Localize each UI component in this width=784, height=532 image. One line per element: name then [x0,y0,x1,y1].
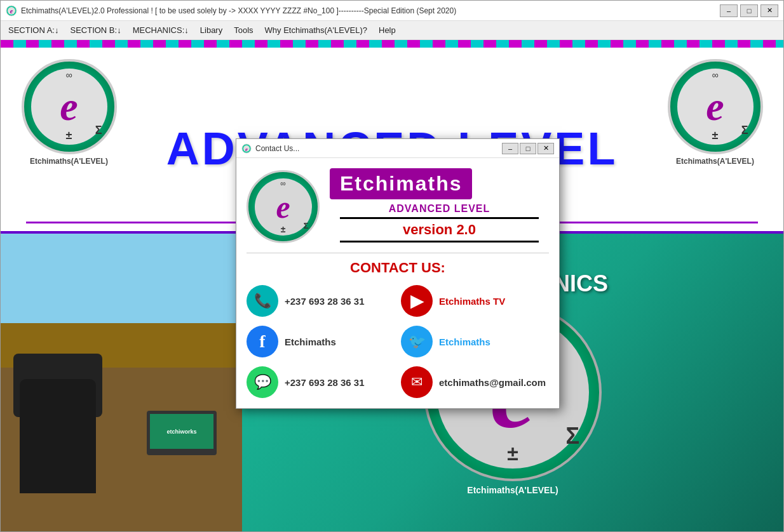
right-e-letter: e [706,83,724,130]
modal-brand-version: version 2.0 [330,222,549,238]
email-icon: ✉ [401,366,433,398]
whatsapp-icon: 💬 [247,366,278,398]
photo-scene: etchiworks [1,234,242,531]
laptop-screen: etchiworks [150,414,213,449]
mechanics-sigma-icon: Σ [565,423,579,449]
modal-minimize-button[interactable]: – [502,143,518,154]
modal-body: ∞ e Σ ± Etchimaths ADVANCED LEVEL versio… [236,158,559,408]
twitter-icon: 🐦 [401,326,433,357]
contact-phone: 📞 +237 693 28 36 31 [247,285,395,317]
contact-facebook: f Etchimaths [247,326,395,357]
main-content: ∞ e Σ ± Etchimaths(A'LEVEL) ADVANCED LEV… [1,40,783,531]
right-sigma-icon: Σ [741,124,748,137]
main-window: e Etchimaths(A'LEVEL)2.0 Professional ! … [0,0,784,532]
youtube-text: Etchimaths TV [439,296,505,307]
menu-why[interactable]: Why Etchimaths(A'LEVEL)? [260,23,372,37]
modal-header-section: ∞ e Σ ± Etchimaths ADVANCED LEVEL versio… [247,168,549,245]
title-bar-text: Etchimaths(A'LEVEL)2.0 Professional ! [ … [21,6,720,15]
menu-section-a[interactable]: SECTION A:↓ [3,23,64,37]
app-icon: e [6,5,17,17]
left-circle-badge: ∞ e Σ ± [22,59,117,154]
left-circle-inner: ∞ e Σ ± [31,69,107,145]
modal-logo-circle: ∞ e Σ ± [247,170,320,243]
modal-logo-inner: ∞ e Σ ± [255,178,312,236]
modal-logo-infinity-icon: ∞ [280,179,286,188]
modal-brand-line-top [340,217,539,219]
menu-bar: SECTION A:↓ SECTION B:↓ MECHANICS:↓ Liba… [1,21,783,40]
modal-brand-name: Etchimaths [330,168,472,199]
modal-brand-block: Etchimaths ADVANCED LEVEL version 2.0 [330,168,549,245]
laptop: etchiworks [147,411,217,455]
whatsapp-text: +237 693 28 36 31 [285,377,365,388]
maximize-button[interactable]: □ [740,4,758,17]
menu-help[interactable]: Help [374,23,401,37]
left-sigma-icon: Σ [95,124,102,137]
youtube-icon: ▶ [401,285,433,317]
title-bar: e Etchimaths(A'LEVEL)2.0 Professional ! … [1,1,783,21]
top-stripe [1,40,783,48]
left-plus-icon: ± [66,129,72,142]
contact-whatsapp: 💬 +237 693 28 36 31 [247,366,395,398]
modal-logo-plus-icon: ± [281,224,286,234]
left-infinity-icon: ∞ [66,70,72,80]
menu-mechanics[interactable]: MECHANICS:↓ [128,23,194,37]
menu-library[interactable]: Libary [195,23,227,37]
office-photo: etchiworks [1,234,242,531]
logo-right: ∞ e Σ ± Etchimaths(A'LEVEL) [659,59,771,202]
left-logo-label: Etchimaths(A'LEVEL) [30,157,108,166]
modal-app-icon: e [241,143,252,154]
chair [20,379,96,493]
twitter-text: Etchimaths [439,336,490,347]
window-controls: – □ ✕ [720,4,778,17]
contact-grid: 📞 +237 693 28 36 31 ▶ Etchimaths TV f Et… [247,285,549,398]
right-circle-badge: ∞ e Σ ± [668,59,763,154]
modal-brand-level: ADVANCED LEVEL [330,203,549,215]
menu-tools[interactable]: Tools [229,23,258,37]
modal-logo-e-letter: e [276,189,290,225]
right-plus-icon: ± [712,129,719,142]
modal-window-controls: – □ ✕ [502,143,554,154]
modal-title-bar: e Contact Us... – □ ✕ [236,139,559,158]
logo-left: ∞ e Σ ± Etchimaths(A'LEVEL) [13,59,125,202]
mechanics-plus-icon: ± [507,442,518,465]
phone-text: +237 693 28 36 31 [285,296,365,307]
contact-dialog: e Contact Us... – □ ✕ [236,138,560,409]
svg-text:e: e [10,8,13,15]
facebook-icon: f [247,326,278,357]
menu-section-b[interactable]: SECTION B:↓ [65,23,126,37]
facebook-text: Etchimaths [285,336,336,347]
phone-icon: 📞 [247,285,278,317]
modal-logo-sigma-icon: Σ [304,221,309,230]
modal-divider [247,253,549,253]
contact-youtube: ▶ Etchimaths TV [401,285,549,317]
email-text: etchimaths@gmail.com [439,377,546,388]
contact-heading: CONTACT US: [247,260,549,276]
right-infinity-icon: ∞ [712,70,719,80]
contact-email: ✉ etchimaths@gmail.com [401,366,549,398]
right-circle-inner: ∞ e Σ ± [677,69,754,145]
right-logo-label: Etchimaths(A'LEVEL) [676,157,754,166]
modal-close-button[interactable]: ✕ [537,143,554,154]
minimize-button[interactable]: – [720,4,738,17]
mechanics-label: Etchimaths(A'LEVEL) [467,485,558,495]
modal-title-text: Contact Us... [255,144,502,153]
modal-brand-line-bottom [340,241,539,243]
left-e-letter: e [60,83,78,130]
close-button[interactable]: ✕ [760,4,778,17]
contact-twitter: 🐦 Etchimaths [401,326,549,357]
modal-maximize-button[interactable]: □ [520,143,536,154]
svg-text:e: e [245,146,248,152]
